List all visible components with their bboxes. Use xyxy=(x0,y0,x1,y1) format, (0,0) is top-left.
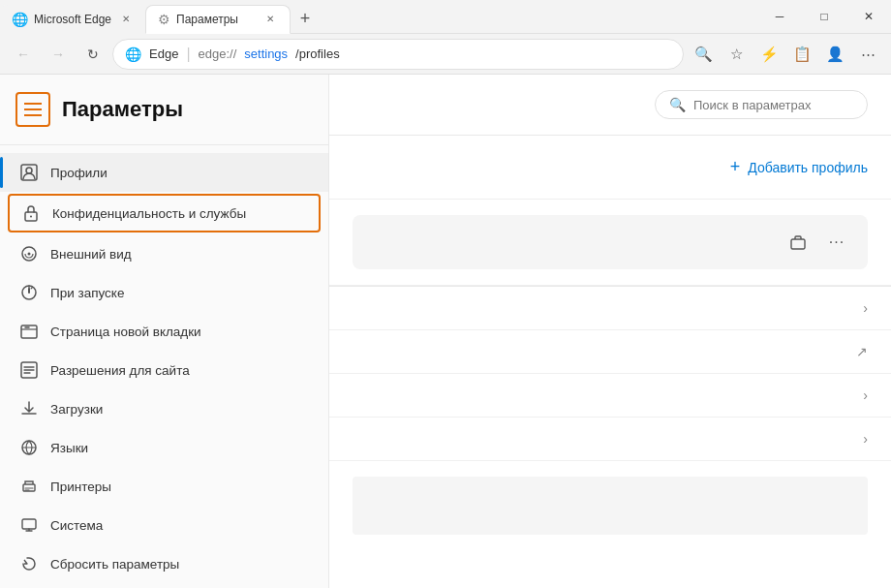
forward-button[interactable]: → xyxy=(43,39,74,70)
section-row-1[interactable]: › xyxy=(329,287,891,330)
search-icon[interactable]: 🔍 xyxy=(688,39,719,70)
back-button[interactable]: ← xyxy=(8,39,39,70)
add-profile-button[interactable]: + Добавить профиль xyxy=(730,149,868,185)
appearance-icon xyxy=(19,244,39,263)
profile-icon[interactable]: 👤 xyxy=(819,39,850,70)
startup-icon xyxy=(19,283,39,302)
svg-point-6 xyxy=(30,216,32,218)
settings-favicon-icon: ⚙ xyxy=(158,12,170,27)
search-input[interactable] xyxy=(693,98,853,112)
privacy-icon xyxy=(21,203,41,223)
add-profile-plus-icon: + xyxy=(730,157,741,177)
url-edge-label: Edge xyxy=(149,46,178,61)
toolbar-icons: 🔍 ☆ ⚡ 📋 👤 ⋯ xyxy=(688,39,883,70)
hamburger-button[interactable] xyxy=(15,92,50,127)
sidebar-item-downloads-label: Загрузки xyxy=(50,402,103,417)
sidebar-item-permissions[interactable]: Разрешения для сайта xyxy=(0,351,328,389)
section-row-2[interactable]: ↗ xyxy=(329,330,891,374)
restore-button[interactable]: □ xyxy=(802,0,846,34)
sidebar-item-about[interactable]: О программе Microsoft Edge xyxy=(0,583,328,588)
section-row-4[interactable]: › xyxy=(329,418,891,461)
svg-point-8 xyxy=(28,253,31,256)
nav-menu: Профили Конфиденциальность и службы xyxy=(0,145,328,588)
url-scheme: edge:// xyxy=(199,46,237,61)
sidebar-item-reset-label: Сбросить параметры xyxy=(50,557,179,572)
sidebar-item-profiles-label: Профили xyxy=(50,166,108,180)
hamburger-icon xyxy=(24,103,42,116)
sidebar-item-downloads[interactable]: Загрузки xyxy=(0,389,328,428)
main-content: Параметры Профили xyxy=(0,75,891,588)
settings-more-icon[interactable]: ⋯ xyxy=(852,39,883,70)
languages-icon xyxy=(19,438,39,457)
sidebar-item-languages-label: Языки xyxy=(50,441,88,455)
sidebar-item-appearance[interactable]: Внешний вид xyxy=(0,234,328,273)
tabs-area: 🌐 Microsoft Edge ✕ ⚙ Параметры ✕ + xyxy=(0,0,757,34)
printers-icon xyxy=(19,477,39,496)
url-path: settings xyxy=(244,46,288,61)
tab1-label: Microsoft Edge xyxy=(34,13,111,26)
chevron-right-3: › xyxy=(863,387,868,403)
tab-microsoft-edge[interactable]: 🌐 Microsoft Edge ✕ xyxy=(0,5,145,34)
favorites-icon[interactable]: ☆ xyxy=(721,39,752,70)
sidebar-title: Параметры xyxy=(62,97,183,122)
sidebar-item-printers[interactable]: Принтеры xyxy=(0,467,328,506)
external-link-icon: ↗ xyxy=(856,344,868,359)
svg-rect-14 xyxy=(22,519,36,529)
section-row-3[interactable]: › xyxy=(329,374,891,418)
tab-settings[interactable]: ⚙ Параметры ✕ xyxy=(145,5,291,34)
sidebar-item-startup-label: При запуске xyxy=(50,286,124,300)
permissions-icon xyxy=(19,360,39,380)
tab2-close-icon[interactable]: ✕ xyxy=(262,12,278,27)
sidebar-item-reset[interactable]: Сбросить параметры xyxy=(0,544,328,583)
sidebar-item-privacy[interactable]: Конфиденциальность и службы xyxy=(8,194,321,232)
url-suffix: /profiles xyxy=(295,46,340,61)
svg-rect-16 xyxy=(791,239,805,249)
minimize-button[interactable]: ─ xyxy=(757,0,802,34)
url-separator: | xyxy=(186,46,190,63)
reset-icon xyxy=(19,554,39,573)
sidebar-item-profiles[interactable]: Профили xyxy=(0,153,328,192)
chevron-right-1: › xyxy=(863,300,868,316)
settings-search-box[interactable]: 🔍 xyxy=(655,90,868,119)
svg-rect-2 xyxy=(24,114,42,116)
profile-briefcase-button[interactable] xyxy=(783,227,814,258)
sidebar-header: Параметры xyxy=(0,75,328,145)
briefcase-icon xyxy=(789,233,807,251)
sidebar-item-appearance-label: Внешний вид xyxy=(50,247,132,262)
sidebar-item-printers-label: Принтеры xyxy=(50,480,111,494)
profile-more-button[interactable]: ··· xyxy=(821,227,852,258)
sidebar-item-system-label: Система xyxy=(50,518,103,533)
tab2-label: Параметры xyxy=(176,13,238,26)
svg-rect-1 xyxy=(24,108,42,110)
titlebar: 🌐 Microsoft Edge ✕ ⚙ Параметры ✕ + ─ □ ✕ xyxy=(0,0,891,34)
svg-rect-0 xyxy=(24,103,42,105)
new-tab-button[interactable]: + xyxy=(291,5,320,34)
sidebar-item-newtab[interactable]: Страница новой вкладки xyxy=(0,312,328,351)
url-bar[interactable]: 🌐 Edge | edge://settings/profiles xyxy=(112,39,684,70)
sidebar-item-permissions-label: Разрешения для сайта xyxy=(50,363,190,378)
system-icon xyxy=(19,515,39,535)
edge-favicon-icon: 🌐 xyxy=(12,12,28,27)
svg-point-4 xyxy=(26,168,32,173)
downloads-icon xyxy=(19,399,39,418)
chevron-right-4: › xyxy=(863,431,868,447)
profile-more-icon: ··· xyxy=(829,233,845,251)
profiles-icon xyxy=(19,163,39,182)
sidebar-item-startup[interactable]: При запуске xyxy=(0,273,328,312)
edge-url-icon: 🌐 xyxy=(125,46,141,62)
sidebar-item-newtab-label: Страница новой вкладки xyxy=(50,325,201,339)
browser-essentials-icon[interactable]: 📋 xyxy=(786,39,817,70)
sidebar-item-languages[interactable]: Языки xyxy=(0,428,328,467)
content-area: 🔍 + Добавить профиль xyxy=(329,75,891,588)
close-button[interactable]: ✕ xyxy=(846,0,891,34)
sidebar-item-privacy-label: Конфиденциальность и службы xyxy=(52,206,246,221)
tab1-close-icon[interactable]: ✕ xyxy=(118,12,134,27)
sidebar: Параметры Профили xyxy=(0,75,329,588)
addressbar: ← → ↻ 🌐 Edge | edge://settings/profiles … xyxy=(0,34,891,75)
add-profile-label: Добавить профиль xyxy=(748,160,868,175)
window-controls: ─ □ ✕ xyxy=(757,0,891,34)
collections-icon[interactable]: ⚡ xyxy=(753,39,784,70)
search-box-icon: 🔍 xyxy=(669,97,686,112)
refresh-button[interactable]: ↻ xyxy=(77,39,108,70)
sidebar-item-system[interactable]: Система xyxy=(0,506,328,544)
